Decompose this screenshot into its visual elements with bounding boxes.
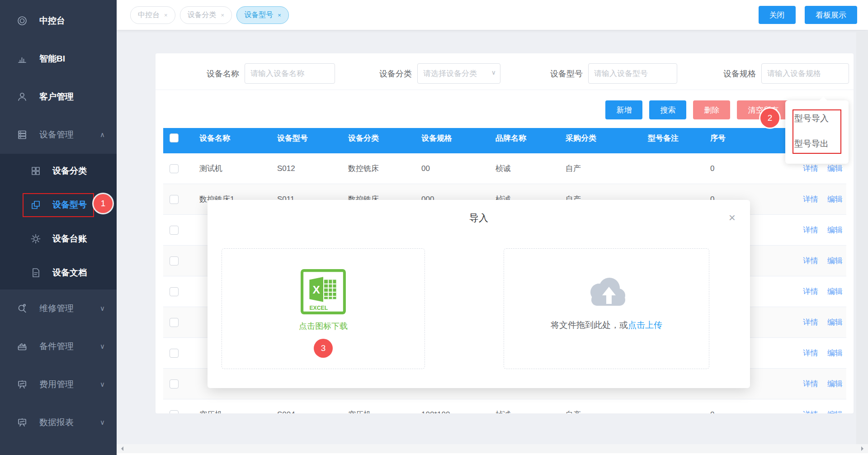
grid-icon [30, 165, 42, 177]
sidebar-item-device-docs[interactable]: 设备文档 [0, 256, 117, 289]
sidebar-item-expense-mgmt[interactable]: 费用管理 ∨ [0, 365, 117, 403]
device-category-select[interactable] [417, 63, 500, 84]
detail-link[interactable]: 详情 [803, 163, 818, 174]
edit-link[interactable]: 编辑 [827, 379, 843, 389]
detail-link[interactable]: 详情 [803, 286, 818, 297]
template-download-panel[interactable]: X EXCEL 点击图标下载 3 [222, 248, 425, 369]
edit-link[interactable]: 编辑 [827, 194, 843, 204]
scroll-left-arrow-icon[interactable] [119, 446, 123, 451]
detail-link[interactable]: 详情 [803, 409, 818, 413]
row-checkbox[interactable] [170, 256, 179, 265]
sidebar-item-data-reports[interactable]: 数据报表 ∨ [0, 403, 117, 441]
sidebar-item-label: 设备台账 [52, 233, 87, 245]
edit-link[interactable]: 编辑 [827, 348, 843, 358]
column-header: 设备规格 [421, 133, 495, 143]
upload-link[interactable]: 点击上传 [628, 320, 662, 330]
copy-icon [30, 199, 42, 211]
device-spec-input[interactable] [761, 63, 849, 84]
cell-model: S012 [277, 164, 348, 173]
row-checkbox[interactable] [170, 318, 179, 327]
row-checkbox[interactable] [170, 379, 179, 389]
sidebar-item-customers[interactable]: 客户管理 [0, 78, 117, 116]
tab-close-icon[interactable]: × [221, 12, 225, 19]
excel-file-icon[interactable]: X EXCEL [300, 269, 346, 315]
close-page-button[interactable]: 关闭 [759, 6, 796, 24]
row-checkbox[interactable] [170, 164, 179, 173]
vertical-scrollbar[interactable] [856, 32, 868, 444]
cell-spec: 100*100 [421, 410, 495, 414]
chevron-down-icon: ∨ [100, 418, 105, 427]
sidebar-item-label: 中控台 [39, 15, 65, 27]
tab-device-category[interactable]: 设备分类 × [180, 6, 232, 24]
edit-link[interactable]: 编辑 [827, 317, 843, 327]
sidebar-item-device-ledger[interactable]: 设备台账 [0, 222, 117, 256]
row-checkbox[interactable] [170, 226, 179, 235]
detail-link[interactable]: 详情 [803, 317, 818, 327]
filter-label-device-name: 设备名称 [198, 68, 239, 79]
edit-link[interactable]: 编辑 [827, 409, 843, 413]
filter-label-device-model: 设备型号 [541, 68, 583, 79]
scrollbar-gutter [117, 453, 868, 455]
delete-button[interactable]: 删除 [693, 100, 730, 119]
sidebar-item-label: 备件管理 [39, 341, 74, 352]
row-checkbox[interactable] [170, 287, 179, 296]
tab-label: 中控台 [138, 10, 160, 20]
row-checkbox[interactable] [170, 349, 179, 358]
menu-item-model-import[interactable]: 型号导入 [785, 106, 849, 131]
scroll-right-arrow-icon[interactable] [861, 446, 866, 451]
upload-dropzone[interactable]: 将文件拖到此处，或点击上传 [504, 248, 709, 369]
device-name-input[interactable] [245, 63, 335, 84]
close-icon[interactable]: × [729, 212, 736, 223]
menu-item-model-export[interactable]: 型号导出 [785, 131, 849, 156]
detail-link[interactable]: 详情 [803, 194, 818, 204]
document-icon [30, 267, 42, 279]
column-header: 设备型号 [277, 133, 348, 143]
sidebar-item-label: 数据报表 [39, 417, 74, 428]
row-checkbox[interactable] [170, 195, 179, 204]
detail-link[interactable]: 详情 [803, 256, 818, 266]
cell-purchase: 自产 [566, 163, 648, 174]
sidebar-item-label: 设备管理 [39, 129, 74, 141]
cloud-upload-icon [584, 275, 629, 309]
detail-link[interactable]: 详情 [803, 225, 818, 235]
topbar: 中控台 × 设备分类 × 设备型号 × 关闭 看板展示 [117, 0, 868, 30]
edit-link[interactable]: 编辑 [827, 286, 843, 297]
tab-console[interactable]: 中控台 × [130, 6, 175, 24]
sidebar-item-label: 客户管理 [39, 91, 74, 103]
tab-close-icon[interactable]: × [164, 12, 168, 19]
download-template-link[interactable]: 点击图标下载 [299, 321, 348, 332]
select-all-checkbox[interactable] [170, 133, 179, 142]
tab-close-icon[interactable]: × [278, 12, 281, 19]
sidebar-item-device-mgmt[interactable]: 设备管理 ∧ [0, 116, 117, 154]
device-model-input[interactable] [588, 63, 677, 84]
edit-link[interactable]: 编辑 [827, 256, 843, 266]
person-icon [16, 91, 28, 103]
server-icon [16, 129, 28, 141]
horizontal-scrollbar[interactable] [117, 444, 868, 453]
edit-link[interactable]: 编辑 [827, 225, 843, 235]
edit-link[interactable]: 编辑 [827, 163, 843, 174]
main-area: 中控台 × 设备分类 × 设备型号 × 关闭 看板展示 设备名称 [117, 0, 868, 455]
detail-link[interactable]: 详情 [803, 379, 818, 389]
sidebar-item-repair-mgmt[interactable]: 维修管理 ∨ [0, 289, 117, 327]
row-checkbox[interactable] [170, 410, 179, 414]
app-window: 中控台 智能BI 客户管理 设备管理 ∧ 设 [0, 0, 868, 455]
board-display-button[interactable]: 看板展示 [805, 6, 857, 24]
column-header: 序号 [710, 133, 781, 143]
sidebar-item-bi[interactable]: 智能BI [0, 40, 117, 78]
sidebar-item-console[interactable]: 中控台 [0, 2, 117, 40]
annotation-badge-2: 2 [760, 109, 779, 128]
cell-category: 数控铣床 [348, 163, 421, 174]
detail-link[interactable]: 详情 [803, 348, 818, 358]
cell-brand: 桢诚 [495, 163, 566, 174]
search-button[interactable]: 搜索 [649, 100, 686, 119]
add-button[interactable]: 新增 [605, 100, 642, 119]
cell-category: 空压机 [348, 409, 421, 413]
sidebar-item-device-category[interactable]: 设备分类 [0, 154, 117, 188]
column-header: 品牌名称 [495, 133, 566, 143]
column-header: 设备分类 [348, 133, 421, 143]
tab-device-model[interactable]: 设备型号 × [236, 6, 289, 24]
cell-purchase: 自产 [566, 409, 648, 413]
sidebar-item-spare-parts[interactable]: 备件管理 ∨ [0, 327, 117, 365]
bar-chart-icon [16, 53, 28, 65]
